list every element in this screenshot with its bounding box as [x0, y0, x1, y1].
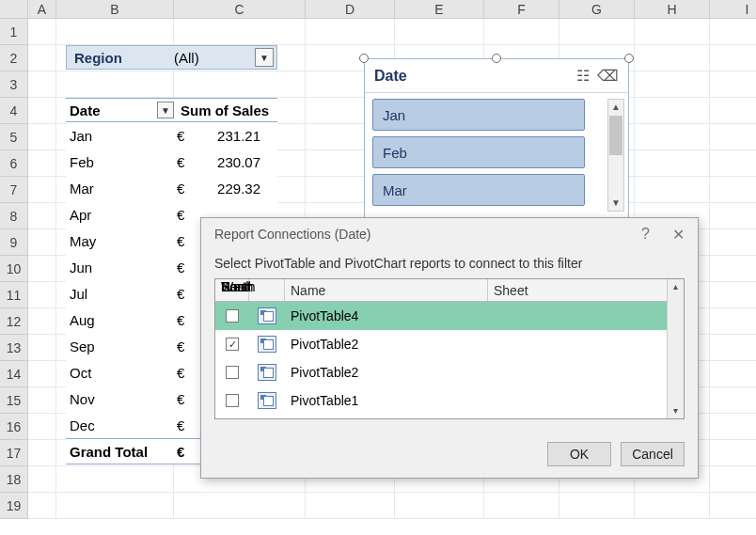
col-header[interactable]: E: [395, 0, 484, 19]
cell[interactable]: [306, 493, 395, 519]
scroll-down-icon[interactable]: ▼: [608, 196, 623, 211]
col-header[interactable]: C: [174, 0, 306, 19]
cell[interactable]: [710, 361, 756, 387]
row-header[interactable]: 3: [0, 71, 28, 98]
multiselect-icon[interactable]: ☷: [576, 67, 590, 85]
col-header[interactable]: I: [710, 0, 756, 19]
connection-row[interactable]: PivotTable2South: [215, 358, 684, 386]
cell[interactable]: [710, 308, 756, 335]
slicer-item[interactable]: Jan: [372, 99, 585, 131]
col-sheet[interactable]: Sheet: [488, 279, 684, 301]
dialog-scrollbar[interactable]: ▴ ▾: [667, 279, 684, 418]
row-header[interactable]: 12: [0, 308, 28, 335]
cell[interactable]: [635, 98, 710, 124]
col-header[interactable]: F: [484, 0, 559, 19]
connection-row[interactable]: ✓PivotTable2North: [215, 330, 684, 358]
cell[interactable]: [484, 19, 559, 45]
row-header[interactable]: 11: [0, 282, 28, 308]
col-header[interactable]: B: [56, 0, 174, 19]
row-header[interactable]: 13: [0, 335, 28, 361]
cancel-button[interactable]: Cancel: [621, 442, 685, 466]
cell[interactable]: [28, 282, 56, 308]
cell[interactable]: [710, 282, 756, 308]
cell[interactable]: [28, 335, 56, 361]
close-icon[interactable]: ✕: [672, 226, 685, 244]
scroll-down-icon[interactable]: ▾: [668, 403, 684, 418]
cell[interactable]: [710, 203, 756, 229]
cell[interactable]: [710, 440, 756, 466]
cell[interactable]: [28, 361, 56, 387]
cell[interactable]: [306, 19, 395, 45]
ok-button[interactable]: OK: [547, 442, 611, 466]
cell[interactable]: [28, 229, 56, 256]
pivot-row[interactable]: Mar€229.32: [66, 175, 277, 201]
row-header[interactable]: 14: [0, 361, 28, 387]
cell[interactable]: [28, 387, 56, 414]
cell[interactable]: [56, 71, 174, 98]
col-header[interactable]: H: [635, 0, 710, 19]
col-header[interactable]: D: [306, 0, 395, 19]
col-header[interactable]: A: [28, 0, 56, 19]
cell[interactable]: [28, 440, 56, 466]
cell[interactable]: [174, 71, 306, 98]
scroll-thumb[interactable]: [609, 116, 622, 155]
pivot-page-filter[interactable]: Region (All) ▼: [66, 45, 277, 70]
filter-dropdown-icon[interactable]: ▼: [255, 48, 274, 67]
cell[interactable]: [484, 493, 559, 519]
col-name[interactable]: Name: [285, 279, 488, 301]
cell[interactable]: [28, 98, 56, 124]
cell[interactable]: [28, 19, 56, 45]
cell[interactable]: [710, 45, 756, 71]
row-header[interactable]: 10: [0, 256, 28, 282]
slicer-date[interactable]: Date ☷ ⌫ JanFebMar ▲ ▼: [364, 58, 629, 218]
pivot-row[interactable]: Jan€231.21: [66, 122, 277, 149]
cell[interactable]: [174, 19, 306, 45]
cell[interactable]: [28, 493, 56, 519]
resize-handle[interactable]: [492, 54, 501, 63]
connection-row[interactable]: PivotTable4East: [215, 302, 684, 330]
cell[interactable]: [635, 124, 710, 150]
cell[interactable]: [710, 177, 756, 203]
cell[interactable]: [56, 466, 174, 493]
cell[interactable]: [710, 466, 756, 493]
row-header[interactable]: 1: [0, 19, 28, 45]
cell[interactable]: [710, 335, 756, 361]
row-header[interactable]: 15: [0, 387, 28, 414]
select-all-corner[interactable]: [0, 0, 28, 19]
resize-handle[interactable]: [624, 54, 634, 63]
cell[interactable]: [635, 493, 710, 519]
cell[interactable]: [710, 387, 756, 414]
cell[interactable]: [559, 19, 635, 45]
pivot-row[interactable]: Feb€230.07: [66, 149, 277, 175]
cell[interactable]: [28, 256, 56, 282]
cell[interactable]: [174, 493, 306, 519]
dialog-titlebar[interactable]: Report Connections (Date) ? ✕: [201, 218, 698, 250]
row-header[interactable]: 8: [0, 203, 28, 229]
slicer-item[interactable]: Mar: [372, 174, 585, 206]
cell[interactable]: [710, 229, 756, 256]
scroll-up-icon[interactable]: ▲: [608, 100, 623, 115]
cell[interactable]: [28, 414, 56, 440]
cell[interactable]: [28, 203, 56, 229]
cell[interactable]: [28, 177, 56, 203]
checkbox[interactable]: ✓: [226, 338, 239, 351]
row-header[interactable]: 19: [0, 493, 28, 519]
col-header[interactable]: G: [559, 0, 635, 19]
row-header[interactable]: 6: [0, 150, 28, 177]
cell[interactable]: [28, 45, 56, 71]
scroll-up-icon[interactable]: ▴: [668, 279, 684, 294]
cell[interactable]: [710, 19, 756, 45]
cell[interactable]: [395, 19, 484, 45]
cell[interactable]: [710, 414, 756, 440]
cell[interactable]: [559, 493, 635, 519]
cell[interactable]: [635, 45, 710, 71]
checkbox[interactable]: [226, 394, 239, 407]
date-dropdown-icon[interactable]: ▼: [157, 102, 174, 118]
cell[interactable]: [710, 98, 756, 124]
cell[interactable]: [635, 71, 710, 98]
row-header[interactable]: 7: [0, 177, 28, 203]
row-header[interactable]: 18: [0, 466, 28, 493]
cell[interactable]: [635, 19, 710, 45]
row-header[interactable]: 5: [0, 124, 28, 150]
cell[interactable]: [28, 150, 56, 177]
